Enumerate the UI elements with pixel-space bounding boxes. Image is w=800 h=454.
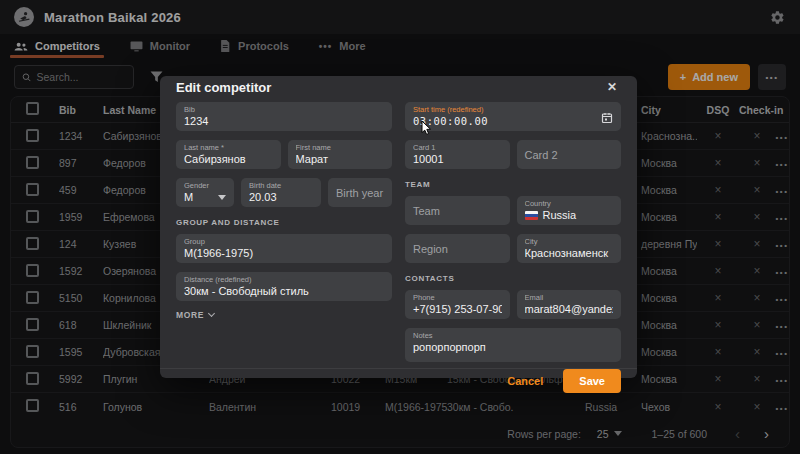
card2-placeholder: Card 2 (525, 149, 558, 161)
close-icon[interactable]: ✕ (603, 78, 621, 96)
team-placeholder: Team (413, 205, 440, 217)
start-time-field[interactable]: Start time (redefined) 03:00:00.00 (405, 102, 621, 131)
distance-value: 30км - Свободный стиль (184, 285, 384, 298)
modal-title: Edit competitor (176, 80, 271, 95)
section-contacts: CONTACTS (405, 274, 621, 283)
gender-label: Gender (184, 181, 226, 191)
card1-label: Card 1 (413, 143, 502, 153)
first-name-field[interactable]: First name Марат (288, 140, 393, 169)
country-label: Country (525, 199, 614, 209)
notes-field[interactable]: Notes ропорпорпорп (405, 328, 621, 362)
section-team: TEAM (405, 180, 621, 189)
birth-date-value: 20.03 (249, 191, 313, 204)
birth-date-field[interactable]: Birth date 20.03 (241, 178, 321, 207)
more-expander[interactable]: MORE (176, 310, 392, 320)
notes-label: Notes (413, 331, 613, 341)
section-group-distance: GROUP AND DISTANCE (176, 218, 392, 227)
bib-label: Bib (184, 105, 384, 115)
modal-left-column: Bib 1234 Last name * Сабирзянов First na… (176, 102, 392, 362)
first-name-value: Марат (296, 153, 385, 166)
group-label: Group (184, 237, 384, 247)
city-value: Краснознаменск (525, 247, 614, 260)
phone-label: Phone (413, 293, 502, 303)
country-field[interactable]: Country Russia (517, 196, 622, 225)
team-field[interactable]: Team (405, 196, 510, 225)
last-name-field[interactable]: Last name * Сабирзянов (176, 140, 281, 169)
email-label: Email (525, 293, 614, 303)
gender-value: М (184, 191, 193, 204)
birth-date-label: Birth date (249, 181, 313, 191)
birth-year-placeholder: Birth year (336, 187, 383, 199)
calendar-icon[interactable] (601, 110, 613, 128)
modal-footer: Cancel Save (160, 368, 637, 393)
russia-flag-icon (525, 211, 538, 220)
distance-field[interactable]: Distance (redefined) 30км - Свободный ст… (176, 272, 392, 301)
city-label: City (525, 237, 614, 247)
cancel-button[interactable]: Cancel (507, 375, 543, 387)
bib-field[interactable]: Bib 1234 (176, 102, 392, 131)
region-placeholder: Region (413, 243, 448, 255)
modal-right-column: Start time (redefined) 03:00:00.00 Card … (405, 102, 621, 362)
save-button[interactable]: Save (563, 369, 621, 393)
phone-field[interactable]: Phone +7(915) 253-07-90 (405, 290, 510, 319)
group-field[interactable]: Group М(1966-1975) (176, 234, 392, 263)
email-value: marat804@yandex.ru (525, 303, 614, 316)
modal-header: Edit competitor ✕ (160, 76, 637, 96)
first-name-label: First name (296, 143, 385, 153)
birth-year-field[interactable]: Birth year (328, 178, 392, 207)
card1-field[interactable]: Card 1 10001 (405, 140, 510, 169)
chevron-down-icon (218, 195, 226, 200)
edit-competitor-modal: Edit competitor ✕ Bib 1234 Last name * С… (160, 76, 637, 378)
phone-value: +7(915) 253-07-90 (413, 303, 502, 316)
distance-label: Distance (redefined) (184, 275, 384, 285)
start-time-value: 03:00:00.00 (413, 115, 613, 128)
more-label: MORE (176, 310, 204, 320)
bib-value: 1234 (184, 115, 384, 128)
card2-field[interactable]: Card 2 (517, 140, 622, 169)
card1-value: 10001 (413, 153, 502, 166)
gender-select[interactable]: Gender М (176, 178, 234, 207)
email-field[interactable]: Email marat804@yandex.ru (517, 290, 622, 319)
last-name-label: Last name * (184, 143, 273, 153)
group-value: М(1966-1975) (184, 247, 384, 260)
region-field[interactable]: Region (405, 234, 510, 263)
modal-body: Bib 1234 Last name * Сабирзянов First na… (160, 96, 637, 362)
chevron-down-icon (208, 310, 215, 317)
notes-value: ропорпорпорп (413, 341, 613, 354)
country-value: Russia (543, 209, 577, 222)
start-time-label: Start time (redefined) (413, 105, 613, 115)
city-field[interactable]: City Краснознаменск (517, 234, 622, 263)
last-name-value: Сабирзянов (184, 153, 273, 166)
